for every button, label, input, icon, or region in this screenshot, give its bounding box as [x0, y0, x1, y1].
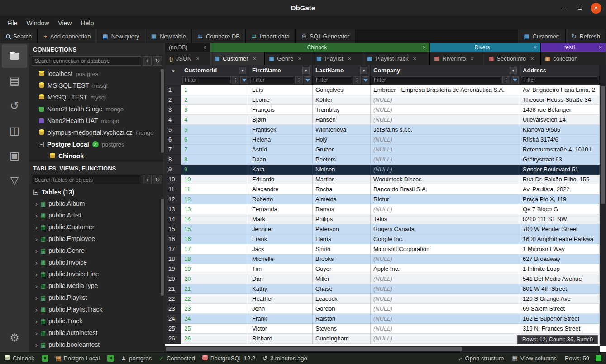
cell-company[interactable]: (NULL) [371, 284, 520, 294]
cell-company[interactable]: (NULL) [371, 294, 520, 304]
cell-customerid[interactable]: 2 [181, 95, 249, 105]
minimize-button[interactable]: – [558, 3, 569, 14]
cell-firstname[interactable]: Tim [249, 264, 313, 274]
cell-customerid[interactable]: 14 [181, 214, 249, 224]
connection-item-mysql-test[interactable]: MYSQL TESTmysql [29, 91, 165, 103]
cell-firstname[interactable]: Leonie [249, 95, 313, 105]
row-number[interactable]: 12 [165, 194, 181, 204]
cell-firstname[interactable]: Michelle [249, 254, 313, 264]
filter-funnel-button[interactable] [511, 76, 519, 84]
cell-lastname[interactable]: Gruber [313, 145, 371, 155]
cell-lastname[interactable]: Brooks [313, 254, 371, 264]
cell-company[interactable]: (NULL) [371, 204, 520, 214]
cell-address[interactable]: Klanova 9/506 [520, 125, 600, 135]
cell-customerid[interactable]: 26 [181, 334, 249, 344]
row-number[interactable]: 11 [165, 184, 181, 194]
cell-lastname[interactable]: Holý [313, 135, 371, 145]
tables-group-row[interactable]: − Tables (13) [29, 187, 165, 198]
cell-customerid[interactable]: 19 [181, 264, 249, 274]
cell-customerid[interactable]: 5 [181, 125, 249, 135]
status-view-columns[interactable]: ▦View columns [512, 355, 557, 362]
tables-scrollbar[interactable] [161, 199, 164, 296]
chevron-down-icon[interactable]: ▾ [360, 67, 367, 74]
cell-lastname[interactable]: Ralston [313, 314, 371, 324]
row-number[interactable]: 10 [165, 175, 181, 184]
tables-search-input[interactable] [32, 175, 141, 184]
cell-customerid[interactable]: 1 [181, 85, 249, 95]
cell-firstname[interactable]: Jack [249, 244, 313, 254]
connection-item-nano2health-stage[interactable]: Nano2Health Stagemongo [29, 103, 165, 115]
cell-customerid[interactable]: 12 [181, 194, 249, 204]
tab-playlisttrack[interactable]: ▦PlaylistTrack× [363, 52, 430, 65]
menu-view[interactable]: View [53, 18, 76, 28]
row-number[interactable]: 14 [165, 214, 181, 224]
close-icon[interactable]: × [253, 55, 257, 62]
row-number[interactable]: 3 [165, 105, 181, 115]
import-data-button[interactable]: ⇄Import data [246, 29, 296, 43]
filter-input-lastname[interactable] [314, 76, 352, 84]
cell-customerid[interactable]: 25 [181, 324, 249, 334]
cell-customerid[interactable]: 20 [181, 274, 249, 284]
cell-firstname[interactable]: Victor [249, 324, 313, 334]
db-tab-rivers[interactable]: Rivers× [430, 43, 541, 52]
cell-address[interactable]: 627 Broadway [520, 254, 600, 264]
close-icon[interactable]: × [298, 55, 301, 62]
close-icon[interactable]: × [413, 55, 417, 62]
table-item-public-playlist[interactable]: ›▦public.Playlist [29, 292, 165, 303]
row-number[interactable]: 6 [165, 135, 181, 145]
cell-firstname[interactable]: František [249, 125, 313, 135]
cell-lastname[interactable]: Gonçalves [313, 85, 371, 95]
cell-firstname[interactable]: Roberto [249, 194, 313, 204]
vertical-scrollbar[interactable] [600, 65, 606, 346]
cell-firstname[interactable]: Helena [249, 135, 313, 145]
connection-item-localhost[interactable]: localhostpostgres [29, 68, 165, 80]
cell-address[interactable]: Rua Dr. Falcão Filho, 155 [520, 175, 600, 184]
cell-company[interactable]: Telus [371, 214, 520, 224]
row-number[interactable]: 7 [165, 145, 181, 155]
row-number[interactable]: 9 [165, 165, 181, 175]
sidebar-history-icon[interactable]: ↺ [2, 94, 27, 118]
close-icon[interactable]: × [348, 55, 351, 62]
close-button[interactable]: × [591, 3, 601, 14]
column-header-firstname[interactable]: FirstName▾ [249, 65, 313, 76]
status-rows-59[interactable]: Rows: 59 [565, 355, 589, 362]
db-tab-no-db[interactable]: (no DB)× [165, 43, 210, 52]
close-icon[interactable]: × [534, 44, 537, 51]
status-open-structure[interactable]: ↔Open structure [457, 355, 504, 362]
cell-lastname[interactable]: Stevens [313, 324, 371, 334]
cell-customerid[interactable]: 17 [181, 244, 249, 254]
row-number[interactable]: 22 [165, 294, 181, 304]
cell-customerid[interactable]: 4 [181, 115, 249, 125]
table-item-public-playlisttrack[interactable]: ›▦public.PlaylistTrack [29, 303, 165, 315]
collapse-icon[interactable]: − [33, 190, 38, 195]
cell-company[interactable]: (NULL) [371, 135, 520, 145]
maximize-button[interactable] [574, 3, 585, 14]
row-number[interactable]: 13 [165, 204, 181, 214]
cell-customerid[interactable]: 24 [181, 314, 249, 324]
add-table-small-button[interactable]: + [143, 175, 152, 184]
row-number[interactable]: 2 [165, 95, 181, 105]
status-postgre-local[interactable]: ▦Postgre Local [56, 355, 100, 362]
cell-lastname[interactable]: Martins [313, 175, 371, 184]
cell-customerid[interactable]: 7 [181, 145, 249, 155]
cell-lastname[interactable]: Harris [313, 234, 371, 244]
cell-lastname[interactable]: Hansen [313, 115, 371, 125]
sidebar-settings-icon[interactable]: ⚙ [2, 326, 27, 350]
cell-lastname[interactable]: Rocha [313, 184, 371, 194]
cell-company[interactable]: (NULL) [371, 324, 520, 334]
status-postgres[interactable]: ♟postgres [121, 355, 152, 362]
filter-funnel-button[interactable] [304, 76, 311, 84]
connection-item-chinook[interactable]: Chinook [29, 150, 165, 162]
column-header-lastname[interactable]: LastName▾ [313, 65, 371, 76]
sidebar-filter-icon[interactable]: ▽ [2, 169, 27, 192]
row-number[interactable]: 23 [165, 304, 181, 314]
sidebar-file-icon[interactable]: ▤ [2, 69, 27, 93]
row-number[interactable]: 25 [165, 324, 181, 334]
collapse-icon[interactable]: − [39, 142, 44, 147]
connection-item-postgre-local[interactable]: −Postgre Local✓postgres [29, 138, 165, 150]
cell-customerid[interactable]: 13 [181, 204, 249, 214]
cell-company[interactable]: Apple Inc. [371, 264, 520, 274]
cell-customerid[interactable]: 3 [181, 105, 249, 115]
tab-playlist[interactable]: ▦Playlist× [312, 52, 363, 65]
cell-firstname[interactable]: Jennifer [249, 224, 313, 234]
